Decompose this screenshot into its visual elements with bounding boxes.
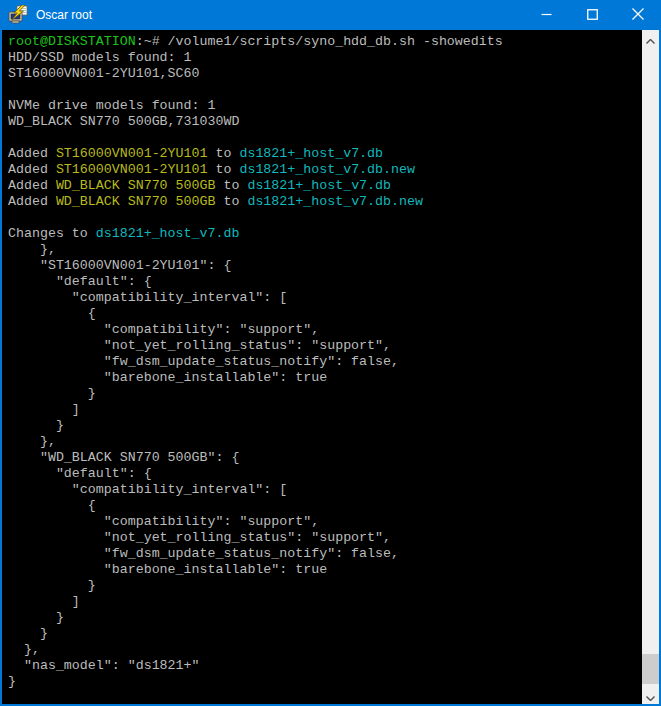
terminal-line: "barebone_installable": true	[8, 370, 642, 386]
scrollbar	[642, 30, 659, 704]
window-controls	[523, 0, 661, 30]
terminal-line: }	[8, 386, 642, 402]
terminal-line: ]	[8, 402, 642, 418]
terminal-line: {	[8, 498, 642, 514]
terminal-line: NVMe drive models found: 1	[8, 98, 642, 114]
terminal-line: {	[8, 306, 642, 322]
terminal-line: }	[8, 578, 642, 594]
terminal-line: "ST16000VN001-2YU101": {	[8, 258, 642, 274]
scrollbar-down-arrow[interactable]	[642, 687, 659, 704]
terminal-line: ST16000VN001-2YU101,SC60	[8, 66, 642, 82]
terminal-line: root@DISKSTATION:~# /volume1/scripts/syn…	[8, 34, 642, 50]
terminal-line: "fw_dsm_update_status_notify": false,	[8, 354, 642, 370]
terminal-line: Added ST16000VN001-2YU101 to ds1821+_hos…	[8, 146, 642, 162]
terminal-line: },	[8, 642, 642, 658]
terminal-line: },	[8, 434, 642, 450]
chevron-up-icon	[646, 30, 655, 48]
minimize-icon	[541, 6, 552, 24]
terminal-line: "WD_BLACK SN770 500GB": {	[8, 450, 642, 466]
terminal-line	[8, 210, 642, 226]
titlebar[interactable]: Oscar root	[0, 0, 661, 30]
chevron-down-icon	[646, 687, 655, 705]
scrollbar-up-arrow[interactable]	[642, 30, 659, 47]
terminal-line	[8, 130, 642, 146]
close-button[interactable]	[615, 0, 661, 30]
terminal-line: "fw_dsm_update_status_notify": false,	[8, 546, 642, 562]
terminal-line: "not_yet_rolling_status": "support",	[8, 338, 642, 354]
window-title: Oscar root	[36, 8, 523, 22]
scrollbar-thumb[interactable]	[642, 654, 659, 684]
terminal-line: Changes to ds1821+_host_v7.db	[8, 226, 642, 242]
terminal-line: "barebone_installable": true	[8, 562, 642, 578]
terminal-line: Added ST16000VN001-2YU101 to ds1821+_hos…	[8, 162, 642, 178]
terminal-line: "compatibility": "support",	[8, 514, 642, 530]
putty-app-icon	[8, 5, 28, 25]
terminal-line: "compatibility_interval": [	[8, 290, 642, 306]
putty-window: Oscar root ro	[0, 0, 661, 706]
maximize-icon	[587, 6, 598, 24]
terminal-line: ]	[8, 594, 642, 610]
terminal-line: "not_yet_rolling_status": "support",	[8, 530, 642, 546]
terminal-line: "compatibility": "support",	[8, 322, 642, 338]
terminal-line	[8, 82, 642, 98]
terminal-line: }	[8, 674, 642, 690]
terminal-line: HDD/SSD models found: 1	[8, 50, 642, 66]
minimize-button[interactable]	[523, 0, 569, 30]
terminal-output[interactable]: root@DISKSTATION:~# /volume1/scripts/syn…	[2, 30, 642, 704]
terminal-line: Added WD_BLACK SN770 500GB to ds1821+_ho…	[8, 178, 642, 194]
terminal-line: "default": {	[8, 466, 642, 482]
terminal-line: "compatibility_interval": [	[8, 482, 642, 498]
terminal-line: },	[8, 242, 642, 258]
maximize-button[interactable]	[569, 0, 615, 30]
terminal-line: Added WD_BLACK SN770 500GB to ds1821+_ho…	[8, 194, 642, 210]
close-icon	[632, 6, 644, 24]
terminal-line: "nas_model": "ds1821+"	[8, 658, 642, 674]
terminal-line: WD_BLACK SN770 500GB,731030WD	[8, 114, 642, 130]
terminal-line: }	[8, 610, 642, 626]
scrollbar-track[interactable]	[642, 47, 659, 687]
window-body: root@DISKSTATION:~# /volume1/scripts/syn…	[2, 30, 659, 704]
terminal-line: }	[8, 418, 642, 434]
terminal-line: "default": {	[8, 274, 642, 290]
terminal-line: }	[8, 626, 642, 642]
